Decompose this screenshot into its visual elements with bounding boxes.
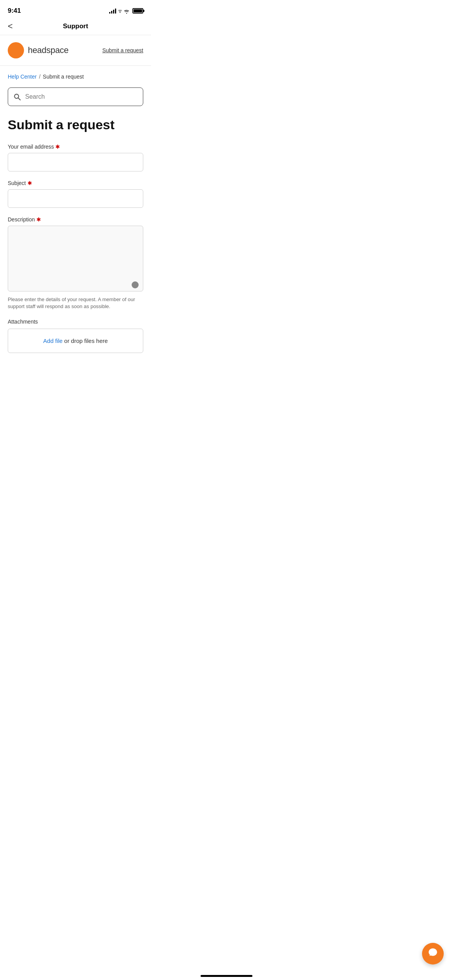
add-file-link[interactable]: Add file	[43, 338, 63, 344]
battery-icon	[132, 8, 143, 14]
status-bar: 9:41 ▿	[0, 0, 151, 19]
headspace-logo-circle	[8, 42, 24, 58]
email-input[interactable]	[8, 153, 143, 171]
subject-required-star: ✱	[27, 180, 32, 186]
wifi-icon: ▿	[118, 7, 130, 15]
description-required-star: ✱	[36, 216, 41, 223]
description-form-group: Description ✱ Please enter the details o…	[8, 216, 143, 310]
nav-bar: < Support	[0, 19, 151, 35]
email-label: Your email address ✱	[8, 144, 143, 150]
breadcrumb-separator: /	[39, 74, 41, 80]
textarea-resize-handle	[132, 281, 139, 288]
description-textarea[interactable]	[8, 226, 143, 291]
description-label: Description ✱	[8, 216, 143, 223]
signal-icon	[109, 8, 116, 14]
subject-input[interactable]	[8, 189, 143, 208]
description-textarea-wrapper	[8, 226, 143, 293]
nav-title: Support	[63, 22, 88, 30]
breadcrumb-home-link[interactable]: Help Center	[8, 74, 37, 80]
subject-form-group: Subject ✱	[8, 180, 143, 208]
search-container	[8, 87, 143, 106]
subject-label: Subject ✱	[8, 180, 143, 186]
logo-area: headspace	[8, 42, 69, 58]
submit-request-link[interactable]: Submit a request	[102, 47, 143, 53]
email-required-star: ✱	[55, 144, 60, 150]
status-icons: ▿	[109, 7, 143, 15]
attachments-label: Attachments	[8, 319, 143, 325]
status-time: 9:41	[8, 7, 21, 15]
breadcrumb: Help Center / Submit a request	[8, 74, 143, 80]
main-content: Help Center / Submit a request Submit a …	[0, 66, 151, 368]
email-form-group: Your email address ✱	[8, 144, 143, 171]
attachments-section: Attachments Add file or drop files here	[8, 319, 143, 353]
description-hint: Please enter the details of your request…	[8, 296, 143, 310]
attachments-dropzone[interactable]: Add file or drop files here	[8, 329, 143, 353]
headspace-logo-text: headspace	[28, 45, 69, 55]
search-icon	[13, 93, 21, 101]
page-title: Submit a request	[8, 117, 143, 133]
search-input[interactable]	[8, 87, 143, 106]
breadcrumb-current: Submit a request	[43, 74, 84, 80]
header-section: headspace Submit a request	[0, 35, 151, 66]
drop-files-text: or drop files here	[63, 338, 108, 344]
back-button[interactable]: <	[8, 21, 13, 31]
svg-line-1	[18, 98, 20, 100]
